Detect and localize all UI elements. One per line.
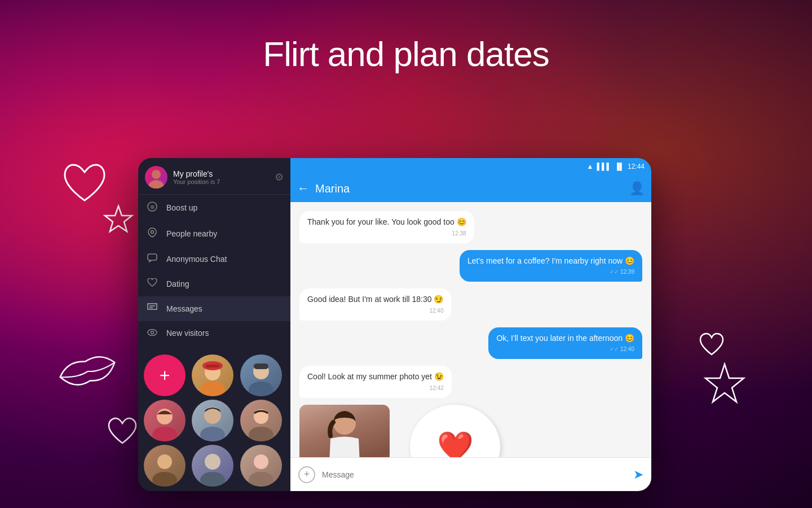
contact-profile-icon[interactable]: 👤 (629, 181, 645, 196)
nav-item-dating[interactable]: Dating (138, 271, 290, 296)
nav-label-boost: Boost up (166, 203, 283, 212)
app-bar: ← Marina 👤 (290, 175, 651, 202)
nav-item-messages[interactable]: Messages (138, 296, 290, 321)
svg-rect-7 (148, 254, 157, 260)
message-time: ✓✓ 12:40 (496, 345, 634, 353)
settings-icon[interactable]: ⚙ (275, 171, 284, 183)
message-bubble: Let's meet for a coffee? I'm nearby righ… (460, 250, 642, 282)
nav-item-likes[interactable]: Likes 7 (138, 345, 290, 350)
nav-item-anonchat[interactable]: Anonymous Chat (138, 247, 290, 271)
svg-point-10 (148, 330, 157, 336)
profile-info: My profile's Your position is 7 (173, 169, 269, 185)
sidebar-nav: ⊕ Boost up People nearby Anonymous Chat (138, 195, 290, 350)
message-text: Good idea! But I'm at work till 18:30 😏 (307, 295, 443, 304)
message-bubble: Good idea! But I'm at work till 18:30 😏 … (299, 288, 451, 321)
message-bubble: Ok, I'll text you later in the afternoon… (488, 327, 642, 360)
message-row: Thank you for your like. You look good t… (299, 211, 642, 243)
avatar-item[interactable] (192, 354, 233, 396)
svg-point-20 (152, 427, 177, 441)
message-input-bar: + ➤ (290, 457, 651, 491)
svg-point-25 (157, 454, 172, 469)
deco-lips (54, 350, 121, 392)
svg-text:⊕: ⊕ (150, 204, 155, 210)
message-bubble: Thank you for your like. You look good t… (299, 211, 474, 243)
profile-subtitle: Your position is 7 (173, 178, 269, 185)
message-text: Thank you for your like. You look good t… (307, 217, 466, 226)
heart-emoji: ❤️ (437, 430, 474, 457)
svg-rect-15 (206, 365, 219, 367)
svg-point-29 (254, 454, 268, 469)
svg-point-2 (152, 170, 161, 179)
page-title: Flirt and plan dates (0, 34, 812, 74)
message-bubble: Cool! Look at my summer photo yet 😉 12:4… (299, 366, 452, 398)
send-button[interactable]: ➤ (633, 467, 643, 482)
location-icon (146, 227, 158, 240)
avatar-grid: + (138, 350, 290, 491)
deco-star-tl (102, 203, 135, 239)
svg-point-26 (152, 472, 177, 487)
svg-point-22 (200, 427, 225, 441)
message-time: 12:38 (307, 230, 466, 238)
sidebar: My profile's Your position is 7 ⚙ ⊕ Boos… (138, 158, 290, 491)
message-row: Good idea! But I'm at work till 18:30 😏 … (299, 288, 642, 321)
message-time: ✓✓ 12:39 (467, 268, 634, 276)
boost-icon: ⊕ (146, 202, 158, 214)
message-input[interactable] (322, 470, 626, 479)
avatar-item[interactable] (240, 400, 282, 441)
add-avatar-button[interactable]: + (144, 354, 186, 396)
svg-point-3 (149, 180, 164, 189)
photo-message-row: 12:43 ❤️ (299, 405, 642, 457)
nav-item-nearby[interactable]: People nearby (138, 221, 290, 247)
battery-icon: ▐▌ (615, 163, 624, 170)
photo-message: 12:43 (299, 405, 390, 457)
message-text: Let's meet for a coffee? I'm nearby righ… (467, 256, 634, 265)
read-check: ✓✓ (610, 269, 619, 275)
message-row: Ok, I'll text you later in the afternoon… (299, 327, 642, 360)
message-text: Ok, I'll text you later in the afternoon… (496, 334, 634, 343)
svg-point-27 (205, 454, 220, 470)
svg-point-17 (249, 382, 273, 396)
speech-bubble-wrap: ❤️ (399, 405, 511, 457)
wifi-icon: ▲ (587, 163, 594, 170)
svg-point-13 (200, 382, 225, 396)
anon-chat-icon (146, 253, 158, 265)
photo-content (299, 405, 390, 457)
svg-point-30 (249, 472, 273, 487)
message-row: Cool! Look at my summer photo yet 😉 12:4… (299, 366, 642, 398)
svg-point-24 (249, 427, 273, 441)
nav-item-boost[interactable]: ⊕ Boost up (138, 195, 290, 221)
avatar-item[interactable] (192, 445, 233, 487)
chat-area: Thank you for your like. You look good t… (290, 202, 651, 457)
avatar-item[interactable] (144, 400, 186, 441)
message-text: Cool! Look at my summer photo yet 😉 (307, 372, 444, 381)
deco-star-br (702, 361, 747, 409)
deco-heart-br (699, 333, 725, 359)
deco-heart-bl (107, 418, 138, 448)
nav-item-visitors[interactable]: New visitors (138, 321, 290, 345)
avatar-item[interactable] (144, 445, 186, 487)
nav-label-anonchat: Anonymous Chat (166, 255, 283, 264)
svg-marker-0 (105, 206, 132, 231)
message-row: Let's meet for a coffee? I'm nearby righ… (299, 250, 642, 282)
nav-label-visitors: New visitors (166, 329, 283, 338)
tablet-frame: My profile's Your position is 7 ⚙ ⊕ Boos… (138, 158, 651, 491)
svg-point-28 (200, 472, 225, 487)
avatar-item[interactable] (240, 445, 282, 487)
back-button[interactable]: ← (297, 181, 310, 196)
attachment-button[interactable]: + (298, 466, 315, 483)
svg-point-6 (151, 231, 154, 234)
avatar-item[interactable] (192, 400, 233, 441)
message-time: 12:42 (307, 384, 444, 392)
status-icons: ▲ ▌▌▌ ▐▌ 12:44 (587, 163, 645, 170)
status-bar: ▲ ▌▌▌ ▐▌ 12:44 (290, 158, 651, 175)
deco-heart-outline-tl (62, 164, 107, 208)
nav-label-nearby: People nearby (166, 229, 283, 238)
speech-bubble: ❤️ (410, 405, 500, 457)
time-display: 12:44 (628, 163, 645, 170)
read-check: ✓✓ (610, 346, 619, 352)
sidebar-profile[interactable]: My profile's Your position is 7 ⚙ (138, 158, 290, 195)
svg-marker-1 (705, 364, 744, 402)
avatar-item[interactable] (240, 354, 282, 396)
svg-point-11 (151, 331, 154, 334)
signal-icon: ▌▌▌ (597, 163, 611, 170)
